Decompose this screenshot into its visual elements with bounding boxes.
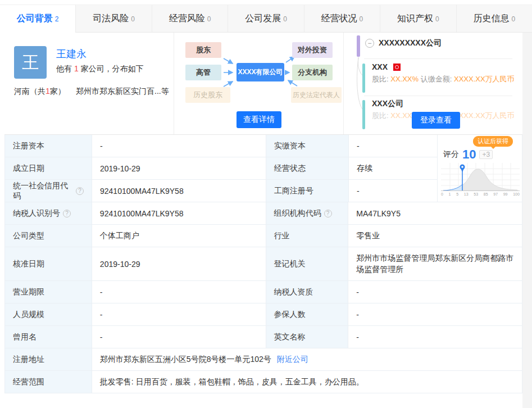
row-label: 登记机关 — [266, 247, 349, 281]
table-row: 注册地址 郑州市郑东新区五洲小区5号院8号楼一单元102号 附近公司 — [5, 348, 522, 371]
region-count: 1 — [46, 87, 50, 96]
table-row: 营业期限 - 纳税人资质 - — [5, 281, 522, 303]
shareholder-name: XXX — [372, 62, 388, 71]
help-icon[interactable]: ? — [63, 210, 71, 217]
tab-count: 0 — [131, 15, 135, 23]
company-background-page: 公司背景 2 司法风险 0 经营风险 0 公司发展 0 经营状况 0 知识产权 … — [0, 0, 532, 408]
tab-label: 历史信息 — [473, 13, 509, 25]
node-outbound-investment[interactable]: 对外投资 — [292, 42, 333, 58]
tab-operating-risk[interactable]: 经营风险 0 — [152, 5, 228, 32]
row-value: 92410100MA47LK9Y58 — [92, 202, 266, 225]
score-widget: 认证后获得 评分 10 +3 — [438, 135, 522, 202]
axis-tick: 53 — [474, 192, 478, 196]
top-section: 王 王建永 他有 1 家公司，分布如下 河南（共1家） 郑州市郑东新区实门百..… — [4, 33, 522, 135]
node-branches[interactable]: 分支机构 — [292, 65, 333, 80]
table-row: 公司类型 个体工商户 行业 零售业 — [5, 225, 522, 247]
row-value: 批发零售: 日用百货，服装，箱包鞋帽，饰品，皮具，五金工具，办公用品。 — [92, 371, 522, 393]
tab-company-background[interactable]: 公司背景 2 — [0, 5, 75, 33]
tab-label: 知识产权 — [397, 13, 433, 25]
axis-tick: 100 — [513, 192, 520, 196]
row-value: 存续 — [349, 157, 438, 180]
row-value: - — [92, 135, 266, 157]
tab-label: 公司背景 — [17, 13, 53, 25]
tab-count: 0 — [435, 15, 439, 23]
table-row: 经营范围 批发零售: 日用百货，服装，箱包鞋帽，饰品，皮具，五金工具，办公用品。 — [5, 371, 522, 393]
row-label: 参保人数 — [266, 303, 349, 326]
row-label: 组织机构代码? — [266, 202, 349, 225]
amount-label: 认缴金额: — [421, 75, 452, 83]
company-short-link[interactable]: 郑州市郑东新区实门百...等 — [76, 87, 169, 97]
ratio-label: 股比: — [372, 111, 389, 120]
row-label: 行业 — [266, 225, 349, 247]
row-label: 统一社会信用代码? — [5, 180, 92, 202]
row-value: - — [348, 326, 522, 348]
divider — [364, 96, 512, 96]
region-stat: 河南（共1家） — [14, 87, 66, 97]
certified-badge: 认证后获得 — [473, 136, 513, 147]
tab-intellectual-property[interactable]: 知识产权 0 — [380, 5, 456, 32]
address-text: 郑州市郑东新区五洲小区5号院8号楼一单元102号 — [100, 355, 271, 365]
row-value: 2019-10-29 — [92, 247, 266, 281]
node-history-legal-rep[interactable]: 历史法定代表人 — [291, 87, 342, 103]
row-label: 工商注册号 — [266, 180, 349, 202]
axis-tick: 5 — [456, 192, 458, 196]
score-value: 10 — [462, 147, 476, 162]
tree-root-node[interactable]: − XXXXXXXXX公司 — [365, 38, 442, 48]
axis-tick: 1 — [449, 192, 451, 196]
tab-label: 公司发展 — [245, 13, 281, 25]
tab-label: 经营状况 — [321, 13, 357, 25]
label-text: 组织机构代码 — [274, 208, 321, 219]
nearby-companies-link[interactable]: 附近公司 — [277, 355, 308, 365]
row-value: - — [92, 303, 266, 326]
person-name-link[interactable]: 王建永 — [56, 47, 87, 61]
row-label: 纳税人识别号? — [5, 202, 92, 225]
table-row: 注册资本 - 实缴资本 - — [5, 135, 438, 157]
region-prefix: 河南（共 — [14, 87, 46, 96]
summary-count: 1 — [74, 64, 79, 73]
row-value: MA47LK9Y5 — [348, 202, 522, 225]
view-details-button[interactable]: 查看详情 — [237, 111, 281, 128]
login-to-view-button[interactable]: 登录查看 — [412, 112, 460, 129]
node-company-center[interactable]: XXXX有限公司 — [237, 63, 284, 81]
table-row: 曾用名 - 英文名称 - — [5, 326, 522, 348]
help-icon[interactable]: ? — [76, 187, 84, 195]
row-label: 注册资本 — [5, 135, 92, 157]
row-label: 成立日期 — [5, 157, 92, 180]
row-label: 纳税人资质 — [266, 281, 349, 303]
row-value: 郑州市市场监督管理局郑东新区分局商都路市场监督管理所 — [348, 247, 522, 281]
help-icon[interactable]: ? — [324, 210, 332, 217]
row-label: 经营范围 — [5, 371, 92, 393]
row-value: 零售业 — [348, 225, 522, 247]
amount-value: XXXX.XX万人民币 — [454, 75, 515, 83]
node-history-shareholders[interactable]: 历史股东 — [185, 87, 230, 103]
ratio-value: XX.XX% — [390, 75, 419, 83]
tab-operating-status[interactable]: 经营状况 0 — [304, 5, 380, 32]
table-row: 人员规模 - 参保人数 - — [5, 303, 522, 326]
row-label: 曾用名 — [5, 326, 92, 348]
row-value: - — [348, 281, 522, 303]
score-label: 评分 — [443, 149, 459, 160]
tab-count: 0 — [360, 15, 363, 23]
relationship-diagram-panel: 股东 高管 历史股东 XXXX有限公司 对外投资 分支机构 历史法定代表人 查看… — [174, 33, 344, 134]
row-label: 实缴资本 — [266, 135, 349, 157]
tab-count: 0 — [283, 15, 287, 23]
node-executives[interactable]: 高管 — [185, 65, 221, 80]
score-bonus: +3 — [479, 150, 493, 159]
axis-tick: 85 — [484, 192, 488, 196]
collapse-icon[interactable]: − — [365, 39, 374, 48]
row-value: 个体工商户 — [92, 225, 266, 247]
label-text: 统一社会信用代码 — [13, 181, 73, 201]
score-distribution-chart — [441, 163, 520, 192]
tab-company-development[interactable]: 公司发展 0 — [228, 5, 303, 32]
node-shareholders[interactable]: 股东 — [185, 42, 221, 58]
tab-history-info[interactable]: 历史信息 0 — [456, 5, 532, 32]
tab-judicial-risk[interactable]: 司法风险 0 — [75, 5, 151, 32]
row-label: 经营状态 — [266, 157, 349, 180]
tab-count: 0 — [511, 15, 515, 23]
axis-tick: 99 — [503, 192, 508, 196]
page-gutter — [522, 33, 532, 408]
row-label: 英文名称 — [266, 326, 349, 348]
row-value: - — [92, 281, 266, 303]
shareholding-info: 股比: XX.XX% 认缴金额: XXXX.XX万人民币 — [372, 74, 515, 84]
table-row: 成立日期 2019-10-29 经营状态 存续 — [5, 157, 438, 180]
